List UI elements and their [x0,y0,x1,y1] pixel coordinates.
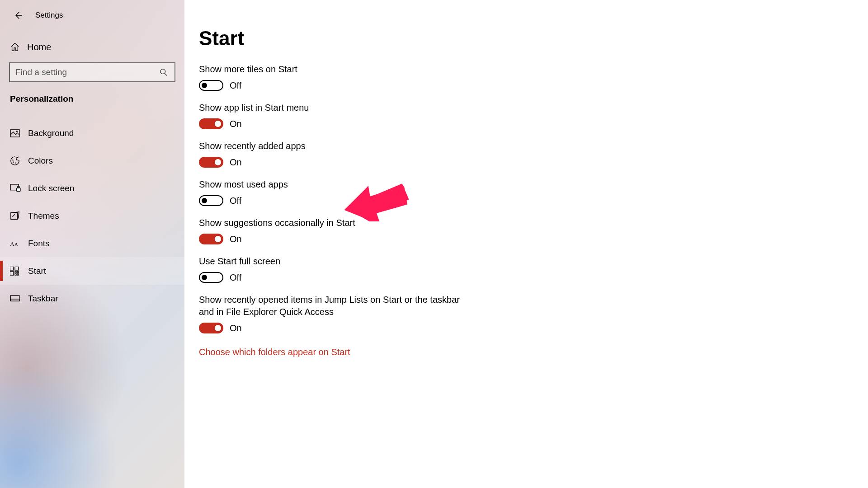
app-title: Settings [35,11,63,20]
svg-rect-17 [17,274,19,275]
back-arrow-icon [14,11,23,20]
svg-rect-13 [10,272,14,275]
setting-item: Show more tiles on StartOff [199,63,659,91]
svg-point-5 [15,162,16,163]
svg-rect-14 [15,272,16,273]
choose-folders-link[interactable]: Choose which folders appear on Start [199,347,350,357]
toggle-switch[interactable] [199,80,223,91]
home-icon [10,42,20,52]
sidebar-item-label: Background [28,128,74,138]
setting-item: Show app list in Start menuOn [199,102,659,129]
main-content: Start Show more tiles on StartOffShow ap… [184,0,659,488]
home-nav[interactable]: Home [0,34,184,60]
svg-rect-15 [17,272,19,273]
setting-label: Use Start full screen [199,255,461,267]
search-input[interactable] [15,67,158,77]
sidebar-item-start[interactable]: Start [0,257,184,285]
section-title: Personalization [0,82,184,108]
svg-point-2 [16,130,18,131]
sidebar-item-label: Taskbar [28,294,58,304]
sidebar-item-label: Themes [28,211,59,221]
search-icon [160,68,168,76]
sidebar-item-themes[interactable]: Themes [0,202,184,230]
setting-label: Show recently opened items in Jump Lists… [199,294,461,318]
svg-rect-11 [10,267,14,270]
sidebar-item-label: Start [28,266,46,276]
back-button[interactable] [9,6,27,24]
svg-text:A: A [14,242,18,247]
svg-rect-8 [11,212,18,219]
picture-icon [10,129,20,137]
sidebar-item-label: Colors [28,156,53,166]
svg-point-4 [13,161,14,162]
svg-point-0 [160,69,165,74]
sidebar-item-background[interactable]: Background [0,119,184,147]
setting-item: Show recently opened items in Jump Lists… [199,294,659,333]
toggle-state-label: Off [230,272,241,283]
setting-label: Show most used apps [199,178,461,191]
toggle-state-label: Off [230,80,241,91]
toggle-state-label: On [230,119,242,129]
toggle-switch[interactable] [199,195,223,206]
page-title: Start [199,27,659,50]
toggle-switch[interactable] [199,272,223,283]
setting-label: Show app list in Start menu [199,102,461,114]
start-icon [10,267,19,276]
sidebar-item-label: Lock screen [28,183,74,193]
home-label: Home [27,42,51,52]
palette-icon [10,156,20,166]
sidebar-item-colors[interactable]: Colors [0,147,184,174]
setting-item: Show recently added appsOn [199,140,659,168]
toggle-state-label: On [230,234,242,244]
svg-rect-19 [10,299,19,300]
setting-label: Show recently added apps [199,140,461,152]
themes-icon [10,211,20,221]
nav-list: Background Colors Lock screen Themes AA … [0,119,184,312]
sidebar-item-fonts[interactable]: AA Fonts [0,230,184,257]
setting-label: Show suggestions occasionally in Start [199,217,461,229]
svg-text:A: A [10,241,14,247]
svg-rect-12 [15,267,19,270]
svg-rect-18 [10,295,19,300]
titlebar: Settings [0,5,184,26]
sidebar-item-lock-screen[interactable]: Lock screen [0,174,184,202]
lockscreen-icon [10,184,21,193]
toggle-state-label: On [230,157,242,168]
fonts-icon: AA [10,239,21,248]
toggle-state-label: Off [230,196,241,206]
setting-item: Show suggestions occasionally in StartOn [199,217,659,244]
toggle-state-label: On [230,323,242,333]
toggle-switch[interactable] [199,157,223,168]
toggle-switch[interactable] [199,323,223,333]
svg-point-3 [12,159,13,160]
taskbar-icon [10,295,20,302]
svg-rect-7 [17,188,20,191]
svg-rect-16 [15,274,16,275]
sidebar-item-taskbar[interactable]: Taskbar [0,285,184,312]
sidebar-item-label: Fonts [28,239,50,249]
toggle-switch[interactable] [199,118,223,129]
toggle-switch[interactable] [199,234,223,244]
setting-item: Use Start full screenOff [199,255,659,283]
setting-item: Show most used appsOff [199,178,659,206]
setting-label: Show more tiles on Start [199,63,461,75]
sidebar: Settings Home Personalization Background… [0,0,184,488]
search-box[interactable] [9,62,175,82]
